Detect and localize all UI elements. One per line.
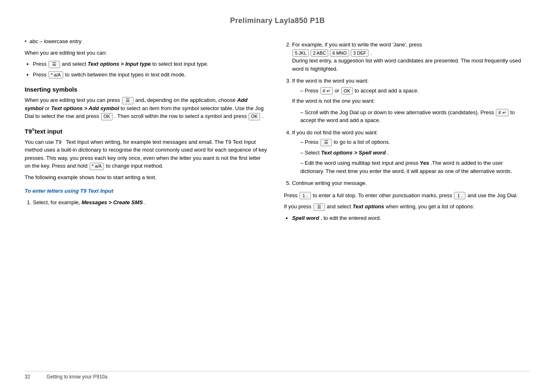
s4-sub2-bold: Text options > Spell word	[321, 150, 385, 156]
editing-bullets: Press ☰ and select Text options > Input …	[33, 60, 267, 78]
s3-sub1-post: to accept and add a space.	[355, 88, 419, 94]
b2-pre: Press	[33, 71, 46, 78]
key-6-mno: 6 MNO	[330, 49, 349, 57]
step2-end: .	[371, 50, 372, 56]
step2-key-group: 5 JKL 2 ABC 6 MNO 3 DEF	[292, 49, 369, 57]
ins-mid: and, depending on the application, choos…	[135, 97, 237, 103]
b1-end: to select text input type.	[152, 61, 209, 67]
key-1-stop-2: 1 .	[454, 192, 465, 199]
press-para2: If you press ☰ and select Text options w…	[284, 203, 527, 211]
s4-sub1-post: to go to a list of options.	[334, 139, 390, 145]
b1-pre: Press	[33, 61, 46, 67]
step1-end: .	[144, 199, 146, 205]
editing-intro: When you are editing text you can:	[25, 49, 267, 57]
step3-alt-text: If the word is not the one you want:	[292, 97, 527, 105]
t9-para1: You can use T9 Text Input when writing, …	[25, 138, 267, 170]
steps-left: Select, for example, Messages > Create S…	[33, 198, 267, 207]
footer-inner: 32 Getting to know your P910a	[25, 374, 530, 380]
t9-label: T9	[25, 128, 32, 135]
pp1-post: to enter a full stop. To enter other pun…	[313, 192, 454, 198]
right-column: For example, if you want to write the wo…	[284, 37, 527, 225]
ins-end: .	[262, 113, 264, 119]
abc-entry: • abc – lowercase entry	[25, 37, 267, 46]
s3-sub1-pre: Press	[305, 88, 318, 94]
key-hash-enter-2: # ↵	[496, 109, 508, 116]
s4-sub2-end: .	[387, 150, 389, 156]
pp1-pre: Press	[284, 192, 297, 198]
left-column: • abc – lowercase entry When you are edi…	[25, 37, 267, 225]
step-5: Continue writing your message.	[292, 179, 527, 187]
step4-sub2: Select Text options > Spell word .	[300, 149, 527, 157]
s4-sub1-pre: Press	[305, 139, 318, 145]
inserting-symbols-heading: Inserting symbols	[25, 86, 267, 93]
t9-heading2: text input	[35, 128, 62, 135]
steps-right: For example, if you want to write the wo…	[292, 41, 527, 187]
page-footer: 32 Getting to know your P910a	[25, 371, 530, 380]
b2-post: to switch between the input types in tex…	[65, 71, 186, 78]
key-ok-1: OK	[101, 113, 113, 120]
bullet-switch-input: Press * a/A to switch between the input …	[33, 71, 267, 79]
t9-heading: T9®text input	[25, 128, 267, 135]
key-menu-2: ☰	[122, 97, 134, 104]
ins-cont2: . Then scroll within the row to select a…	[115, 113, 249, 119]
spell-word-item: Spell word , to edit the entered word.	[292, 214, 527, 222]
two-column-layout: • abc – lowercase entry When you are edi…	[25, 37, 530, 225]
ins-or: or	[45, 105, 51, 111]
key-menu-3: ☰	[320, 139, 332, 146]
step4-sub1: Press ☰ to go to a list of options.	[300, 138, 527, 146]
step4-intro: If you do not find the word you want:	[292, 129, 378, 136]
step-2: For example, if you want to write the wo…	[292, 41, 527, 73]
press-para1: Press 1 . to enter a full stop. To enter…	[284, 191, 527, 200]
s4-sub3-bold: Yes	[420, 160, 429, 166]
key-hash-enter-1: # ↵	[320, 87, 333, 95]
pp2-end: when writing, you get a list of options:	[386, 203, 474, 210]
key-star-aA-2: * a/A	[90, 163, 104, 170]
key-3-def: 3 DEF	[351, 49, 368, 57]
step4-subs: Press ☰ to go to a list of options. Sele…	[300, 138, 527, 175]
key-5-jkl: 5 JKL	[292, 49, 309, 57]
key-2-abc: 2 ABC	[311, 49, 328, 57]
bullet-input-type: Press ☰ and select Text options > Input …	[33, 60, 267, 68]
step3-sub2: Scroll with the Jog Dial up or down to v…	[300, 108, 527, 125]
step4-sub3: Edit the word using multitap text input …	[300, 159, 527, 175]
ins-intro: When you are editing text you can press	[25, 97, 122, 103]
pp1-end: and use the Jog Dial.	[467, 192, 518, 198]
s3-sub1-or: or	[334, 88, 341, 94]
pp2-bold: Text options	[352, 203, 384, 210]
abc-text: abc – lowercase entry	[30, 38, 81, 44]
inserting-para: When you are editing text you can press …	[25, 96, 267, 120]
b1-and-select: and select	[62, 61, 88, 67]
pp2-pre: If you press	[284, 203, 311, 210]
options-list: Spell word , to edit the entered word.	[292, 214, 527, 222]
s4-sub2-text: Select	[305, 150, 320, 156]
step-4: If you do not find the word you want: Pr…	[292, 129, 527, 175]
step3-sub-not-word: Scroll with the Jog Dial up or down to v…	[300, 108, 527, 125]
key-ok-3: OK	[341, 87, 353, 95]
s3-sub2-text: Scroll with the Jog Dial up or down to v…	[305, 109, 494, 115]
key-ok-2: OK	[249, 113, 260, 120]
bullet-dot: •	[25, 38, 27, 44]
step2-pre: For example, if you want to write the wo…	[292, 42, 422, 48]
key-star-aA: * a/A	[48, 71, 63, 78]
to-enter-heading: To enter letters using T9 Text Input	[25, 187, 267, 195]
s4-sub3-pre: Edit the word using multitap text input …	[305, 160, 419, 166]
page-title: Preliminary Layla850 P1B	[25, 16, 530, 25]
key-menu-1: ☰	[48, 61, 60, 68]
footer-section: Getting to know your P910a	[46, 374, 107, 380]
step-3: If the word is the word you want: Press …	[292, 77, 527, 125]
b1-bold: Text options > Input type	[88, 61, 151, 67]
spell-word-post: , to edit the entered word.	[320, 215, 381, 221]
pp2-post: and select	[327, 203, 352, 210]
t9-p1-end: to change input method.	[106, 163, 164, 169]
spell-word-bold: Spell word	[292, 215, 319, 221]
step3-sub1: Press # ↵ or OK to accept and add a spac…	[300, 87, 527, 95]
step2-note: During text entry, a suggestion list wit…	[292, 58, 521, 72]
t9-para2: The following example shows how to start…	[25, 173, 267, 182]
footer-page-number: 32	[25, 374, 30, 380]
step3-sub-word-yes: Press # ↵ or OK to accept and add a spac…	[300, 87, 527, 95]
page: Preliminary Layla850 P1B • abc – lowerca…	[0, 0, 555, 392]
key-menu-4: ☰	[313, 203, 325, 211]
ins-bold2: Text options > Add symbol	[51, 105, 119, 111]
key-1-stop-1: 1 .	[299, 192, 311, 199]
step-1: Select, for example, Messages > Create S…	[33, 198, 267, 207]
